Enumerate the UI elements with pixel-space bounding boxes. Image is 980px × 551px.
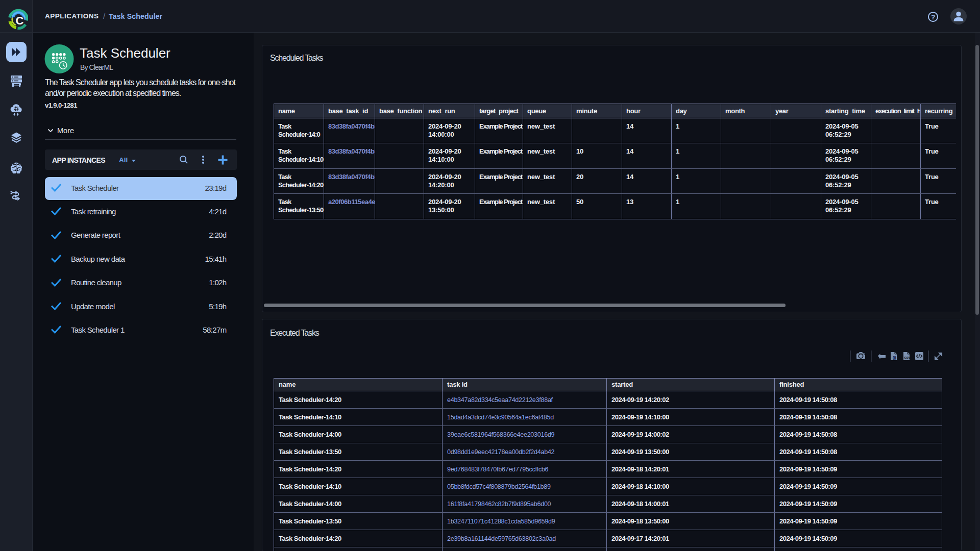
svg-text:(j): (j) bbox=[893, 356, 896, 360]
svg-text:?: ? bbox=[931, 13, 935, 21]
svg-text:csv: csv bbox=[904, 356, 911, 359]
svg-text:C: C bbox=[16, 14, 24, 27]
